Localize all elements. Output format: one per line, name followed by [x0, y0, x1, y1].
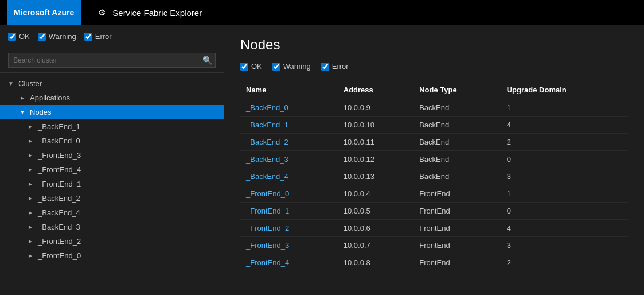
table-row[interactable]: _BackEnd_1 10.0.0.10 BackEnd 4	[240, 117, 628, 134]
cell-address: 10.0.0.12	[338, 151, 413, 168]
cell-address: 10.0.0.10	[338, 117, 413, 134]
app-title: ⚙ Service Fabric Explorer	[95, 6, 202, 19]
cell-address: 10.0.0.4	[338, 185, 413, 203]
cell-name[interactable]: _BackEnd_4	[240, 168, 338, 185]
cell-name[interactable]: _FrontEnd_0	[240, 185, 338, 203]
cell-upgrade-domain: 4	[501, 220, 628, 237]
chevron-down-icon-nodes: ▼	[19, 109, 26, 115]
tree-item-backend3[interactable]: ► _BackEnd_3	[0, 220, 224, 234]
cell-name[interactable]: _FrontEnd_1	[240, 203, 338, 220]
cell-node-type: FrontEnd	[413, 254, 501, 271]
search-button[interactable]: 🔍	[202, 56, 212, 65]
chevron-right-icon: ►	[28, 138, 34, 144]
sidebar-ok-checkbox[interactable]	[8, 33, 16, 41]
tree-item-applications[interactable]: ► Applications	[0, 91, 224, 105]
search-container: 🔍	[0, 48, 224, 73]
cell-node-type: BackEnd	[413, 168, 501, 185]
tree-item-frontend3[interactable]: ► _FrontEnd_3	[0, 148, 224, 162]
tree-item-frontend2[interactable]: ► _FrontEnd_2	[0, 234, 224, 249]
cell-name[interactable]: _BackEnd_3	[240, 151, 338, 168]
sidebar-error-checkbox[interactable]	[84, 33, 92, 41]
sidebar-filter-error[interactable]: Error	[84, 32, 112, 41]
cell-upgrade-domain: 1	[501, 99, 628, 117]
cell-address: 10.0.0.9	[338, 99, 413, 117]
content-area: Nodes OK Warning Error Name Address	[224, 25, 644, 295]
content-filter-error[interactable]: Error	[321, 62, 349, 71]
sidebar-filter-ok[interactable]: OK	[8, 32, 30, 41]
cell-name[interactable]: _BackEnd_1	[240, 117, 338, 134]
cell-node-type: BackEnd	[413, 134, 501, 151]
cell-address: 10.0.0.13	[338, 168, 413, 185]
table-row[interactable]: _FrontEnd_2 10.0.0.6 FrontEnd 4	[240, 220, 628, 237]
nodes-table: Name Address Node Type Upgrade Domain _B…	[240, 81, 628, 271]
chevron-right-icon: ►	[28, 209, 34, 216]
table-row[interactable]: _FrontEnd_0 10.0.0.4 FrontEnd 1	[240, 185, 628, 203]
chevron-right-icon: ►	[28, 195, 34, 201]
col-address: Address	[338, 81, 413, 99]
content-error-checkbox[interactable]	[321, 63, 329, 71]
search-input[interactable]	[8, 53, 216, 68]
chevron-right-icon: ►	[28, 253, 34, 259]
cell-address: 10.0.0.11	[338, 134, 413, 151]
cell-node-type: FrontEnd	[413, 220, 501, 237]
table-row[interactable]: _FrontEnd_4 10.0.0.8 FrontEnd 2	[240, 254, 628, 271]
sidebar-filters: OK Warning Error	[0, 25, 224, 48]
page-title: Nodes	[240, 37, 628, 53]
cell-node-type: BackEnd	[413, 117, 501, 134]
tree-section: ▼ Cluster ► Applications ▼ Nodes ► _Back…	[0, 73, 224, 266]
cell-name[interactable]: _BackEnd_2	[240, 134, 338, 151]
content-ok-checkbox[interactable]	[240, 63, 248, 71]
cell-upgrade-domain: 0	[501, 203, 628, 220]
table-row[interactable]: _BackEnd_0 10.0.0.9 BackEnd 1	[240, 99, 628, 117]
chevron-right-icon: ►	[19, 95, 26, 101]
gear-icon: ⚙	[95, 6, 108, 19]
cell-name[interactable]: _BackEnd_0	[240, 99, 338, 117]
cell-address: 10.0.0.5	[338, 203, 413, 220]
tree-item-cluster[interactable]: ▼ Cluster	[0, 76, 224, 91]
content-warning-checkbox[interactable]	[272, 63, 280, 71]
cell-name[interactable]: _FrontEnd_3	[240, 237, 338, 254]
cell-node-type: FrontEnd	[413, 185, 501, 203]
cell-node-type: FrontEnd	[413, 203, 501, 220]
cell-name[interactable]: _FrontEnd_4	[240, 254, 338, 271]
main-layout: OK Warning Error 🔍 ▼ Cluster	[0, 25, 644, 295]
tree-item-backend0[interactable]: ► _BackEnd_0	[0, 134, 224, 148]
cell-upgrade-domain: 3	[501, 237, 628, 254]
cell-node-type: FrontEnd	[413, 237, 501, 254]
table-row[interactable]: _FrontEnd_1 10.0.0.5 FrontEnd 0	[240, 203, 628, 220]
tree-item-backend2[interactable]: ► _BackEnd_2	[0, 191, 224, 205]
cell-upgrade-domain: 1	[501, 185, 628, 203]
sidebar-warning-checkbox[interactable]	[38, 33, 46, 41]
chevron-right-icon: ►	[28, 181, 34, 187]
cell-address: 10.0.0.6	[338, 220, 413, 237]
content-filter-ok[interactable]: OK	[240, 62, 262, 71]
chevron-right-icon: ►	[28, 166, 34, 173]
table-row[interactable]: _FrontEnd_3 10.0.0.7 FrontEnd 3	[240, 237, 628, 254]
cell-upgrade-domain: 2	[501, 134, 628, 151]
table-row[interactable]: _BackEnd_2 10.0.0.11 BackEnd 2	[240, 134, 628, 151]
table-row[interactable]: _BackEnd_3 10.0.0.12 BackEnd 0	[240, 151, 628, 168]
tree-item-frontend4[interactable]: ► _FrontEnd_4	[0, 162, 224, 177]
content-filter-warning[interactable]: Warning	[272, 62, 311, 71]
sidebar-filter-warning[interactable]: Warning	[38, 32, 76, 41]
chevron-right-icon: ►	[28, 238, 34, 244]
cell-upgrade-domain: 4	[501, 117, 628, 134]
tree-item-nodes[interactable]: ▼ Nodes	[0, 105, 224, 119]
topbar-divider	[88, 0, 88, 25]
chevron-down-icon: ▼	[8, 80, 15, 87]
tree-item-backend1[interactable]: ► _BackEnd_1	[0, 119, 224, 134]
cell-name[interactable]: _FrontEnd_2	[240, 220, 338, 237]
col-name: Name	[240, 81, 338, 99]
chevron-right-icon: ►	[28, 123, 34, 130]
col-upgrade-domain: Upgrade Domain	[501, 81, 628, 99]
cell-node-type: BackEnd	[413, 99, 501, 117]
topbar: Microsoft Azure ⚙ Service Fabric Explore…	[0, 0, 644, 25]
table-row[interactable]: _BackEnd_4 10.0.0.13 BackEnd 3	[240, 168, 628, 185]
tree-item-frontend1[interactable]: ► _FrontEnd_1	[0, 177, 224, 191]
cell-node-type: BackEnd	[413, 151, 501, 168]
col-node-type: Node Type	[413, 81, 501, 99]
content-filters: OK Warning Error	[240, 62, 628, 71]
sidebar: OK Warning Error 🔍 ▼ Cluster	[0, 25, 224, 295]
tree-item-frontend0[interactable]: ► _FrontEnd_0	[0, 249, 224, 263]
tree-item-backend4[interactable]: ► _BackEnd_4	[0, 205, 224, 220]
